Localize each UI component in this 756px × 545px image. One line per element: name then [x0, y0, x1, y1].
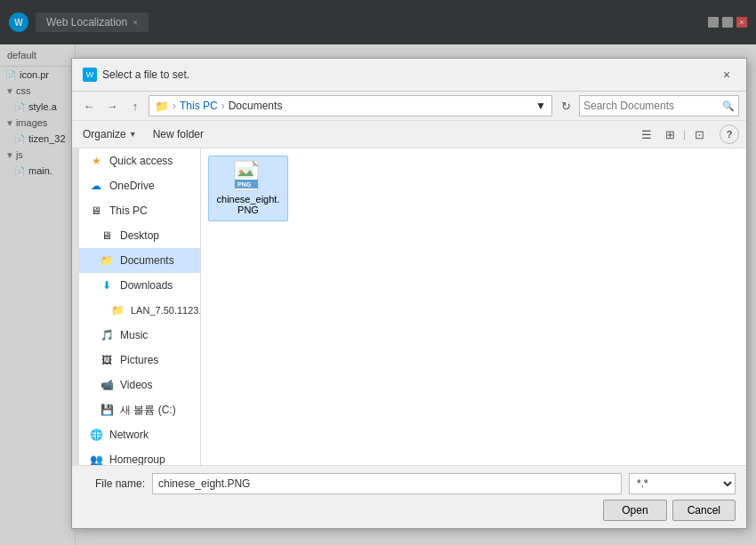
dialog-close-button[interactable]: ×	[718, 66, 736, 84]
quick-access-icon: ★	[88, 153, 104, 169]
nav-item-network[interactable]: 🌐 Network	[79, 422, 200, 447]
dialog-toolbar: ← → ↑ 📁 › This PC › Documents ▼ ↻ 🔍	[72, 92, 746, 121]
this-pc-icon: 🖥	[88, 203, 104, 219]
nav-scrollbar-track[interactable]	[72, 148, 79, 465]
file-area: PNG chinese_eight.PNG	[201, 148, 746, 465]
breadcrumb-folder-icon: 📁	[155, 100, 169, 113]
breadcrumb-this-pc[interactable]: This PC	[180, 100, 218, 112]
filetype-select[interactable]: *.*	[629, 473, 736, 494]
png-file-svg: PNG	[234, 160, 262, 192]
breadcrumb-sep1: ›	[173, 100, 176, 112]
c-drive-icon: 💾	[99, 402, 115, 418]
breadcrumb-sep2: ›	[221, 100, 225, 112]
filename-row: File name: *.*	[83, 473, 736, 494]
this-pc-label: This PC	[109, 204, 148, 217]
videos-label: Videos	[120, 379, 152, 391]
file-open-dialog: W Select a file to set. × ← → ↑ 📁 › This…	[71, 58, 747, 529]
view-toggle-button[interactable]: ⊡	[689, 124, 709, 144]
breadcrumb-dropdown-arrow[interactable]: ▼	[535, 100, 546, 112]
nav-item-music[interactable]: 🎵 Music	[79, 323, 200, 348]
cancel-button[interactable]: Cancel	[672, 500, 736, 521]
documents-icon: 📁	[99, 252, 115, 268]
nav-item-quick-access[interactable]: ★ Quick access	[79, 148, 200, 173]
nav-item-downloads[interactable]: ⬇ Downloads	[79, 273, 200, 298]
breadcrumb-bar: 📁 › This PC › Documents ▼	[149, 95, 552, 116]
organize-dropdown-arrow: ▼	[129, 130, 137, 139]
nav-item-c-drive[interactable]: 💾 새 볼륨 (C:)	[79, 397, 200, 422]
view-separator: |	[683, 129, 686, 140]
nav-scrollbar-thumb[interactable]	[72, 148, 78, 465]
open-button[interactable]: Open	[603, 500, 666, 521]
filename-label: File name:	[83, 477, 145, 490]
up-button[interactable]: ↑	[125, 96, 145, 116]
homegroup-label: Homegroup	[109, 453, 165, 465]
search-input[interactable]	[583, 100, 720, 112]
pictures-icon: 🖼	[99, 352, 115, 368]
nav-item-videos[interactable]: 📹 Videos	[79, 373, 200, 397]
dialog-title-text: Select a file to set.	[102, 68, 189, 81]
new-folder-button[interactable]: New folder	[148, 126, 209, 142]
nav-item-pictures[interactable]: 🖼 Pictures	[79, 348, 200, 373]
refresh-button[interactable]: ↻	[556, 96, 575, 116]
dialog-title-left: W Select a file to set.	[83, 68, 189, 82]
nav-panel: ★ Quick access ☁ OneDrive 🖥 This PC 🖥 De…	[79, 148, 201, 465]
nav-panel-container: ★ Quick access ☁ OneDrive 🖥 This PC 🖥 De…	[72, 148, 201, 465]
onedrive-label: OneDrive	[109, 180, 155, 192]
network-label: Network	[109, 429, 149, 441]
pictures-label: Pictures	[120, 354, 158, 366]
music-icon: 🎵	[99, 327, 115, 343]
nav-item-lan[interactable]: 📁 LAN_7.50.1123.	[79, 298, 200, 323]
network-icon: 🌐	[88, 427, 104, 443]
desktop-icon: 🖥	[99, 228, 115, 244]
nav-item-this-pc[interactable]: 🖥 This PC	[79, 198, 200, 223]
view-list-button[interactable]: ☰	[637, 124, 656, 144]
documents-label: Documents	[120, 254, 174, 267]
filename-input[interactable]	[152, 473, 622, 494]
nav-item-homegroup[interactable]: 👥 Homegroup	[79, 447, 200, 465]
view-icons-group: ☰ ⊞ | ⊡ ?	[637, 124, 739, 144]
music-label: Music	[120, 329, 148, 341]
organize-label: Organize	[83, 128, 126, 140]
search-box: 🔍	[579, 95, 739, 116]
view-details-button[interactable]: ⊞	[660, 124, 680, 144]
breadcrumb-documents: Documents	[229, 100, 283, 112]
lan-folder-icon: 📁	[109, 302, 125, 318]
dialog-titlebar: W Select a file to set. ×	[72, 59, 746, 92]
svg-text:PNG: PNG	[237, 181, 252, 188]
search-icon: 🔍	[722, 100, 735, 112]
desktop-label: Desktop	[120, 229, 159, 242]
forward-button[interactable]: →	[102, 96, 122, 116]
quick-access-label: Quick access	[109, 155, 173, 167]
help-button[interactable]: ?	[720, 124, 739, 144]
file-name-chinese-eight: chinese_eight.PNG	[214, 194, 282, 215]
nav-item-desktop[interactable]: 🖥 Desktop	[79, 223, 200, 248]
videos-icon: 📹	[99, 377, 115, 393]
downloads-icon: ⬇	[99, 277, 115, 293]
lan-folder-label: LAN_7.50.1123.	[131, 305, 201, 316]
dialog-title-icon: W	[83, 68, 97, 82]
bottom-buttons: Open Cancel	[83, 500, 736, 521]
downloads-label: Downloads	[120, 279, 173, 292]
homegroup-icon: 👥	[88, 452, 104, 465]
dialog-actions-bar: Organize ▼ New folder ☰ ⊞ | ⊡ ?	[72, 121, 746, 148]
back-button[interactable]: ←	[79, 96, 99, 116]
organize-button[interactable]: Organize ▼	[79, 126, 141, 142]
file-icon-chinese-eight: PNG	[234, 162, 262, 190]
file-item-chinese-eight[interactable]: PNG chinese_eight.PNG	[208, 156, 288, 221]
onedrive-icon: ☁	[88, 178, 104, 194]
nav-item-documents[interactable]: 📁 Documents	[79, 248, 200, 273]
dialog-bottom: File name: *.* Open Cancel	[72, 465, 746, 528]
dialog-body: ★ Quick access ☁ OneDrive 🖥 This PC 🖥 De…	[72, 148, 746, 465]
nav-item-onedrive[interactable]: ☁ OneDrive	[79, 173, 200, 198]
c-drive-label: 새 볼륨 (C:)	[120, 403, 176, 418]
